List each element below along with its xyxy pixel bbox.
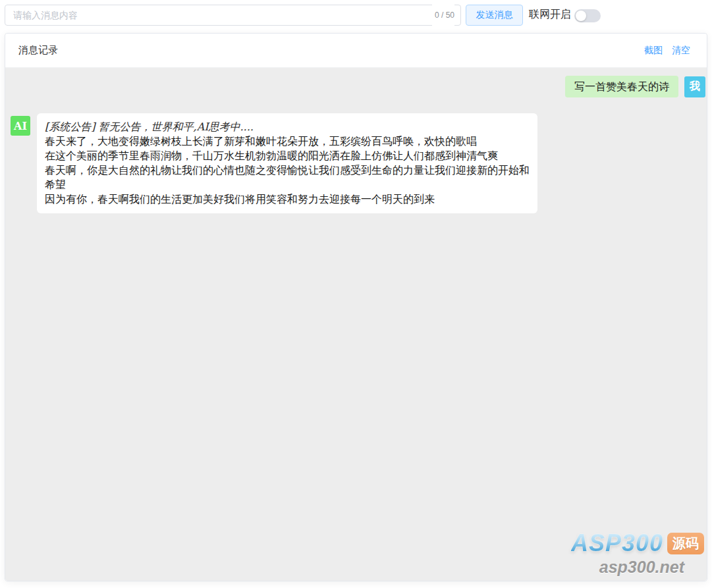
ai-message-row: AI [系统公告] 暂无公告，世界和平,AI思考中.... 春天来了，大地变得嫩… xyxy=(8,113,705,213)
ai-message-line: 在这个美丽的季节里春雨润物，千山万水生机勃勃温暖的阳光洒在脸上仿佛让人们都感到神… xyxy=(45,149,530,163)
message-input[interactable] xyxy=(5,5,461,26)
watermark-site-url: asp300.net xyxy=(571,558,684,577)
screenshot-link[interactable]: 截图 xyxy=(644,45,663,57)
char-counter: 0 / 50 xyxy=(432,5,454,26)
panel-actions: 截图 清空 xyxy=(644,45,690,57)
panel-header: 消息记录 截图 清空 xyxy=(5,34,707,68)
watermark-brand-row: ASP300 源码 xyxy=(571,529,704,557)
panel-title: 消息记录 xyxy=(18,44,58,57)
send-button[interactable]: 发送消息 xyxy=(466,5,523,26)
ai-message-line: 春天啊，你是大自然的礼物让我们的心情也随之变得愉悦让我们感受到生命的力量让我们迎… xyxy=(45,163,530,192)
ai-message-line: 春天来了，大地变得嫩绿树枝上长满了新芽和嫩叶花朵开放，五彩缤纷百鸟呼唤，欢快的歌… xyxy=(45,134,530,149)
network-toggle[interactable] xyxy=(574,9,601,22)
message-log-panel: 消息记录 截图 清空 写一首赞美春天的诗 我 AI [系统公告] 暂无公告，世界… xyxy=(5,33,707,581)
user-message-bubble: 写一首赞美春天的诗 xyxy=(565,76,678,97)
ai-message-line: 因为有你，春天啊我们的生活更加美好我们将用笑容和努力去迎接每一个明天的到来 xyxy=(45,192,530,207)
ai-avatar: AI xyxy=(11,116,30,136)
system-announcement: [系统公告] 暂无公告，世界和平,AI思考中.... xyxy=(45,120,530,134)
watermark-brand-logo: ASP300 xyxy=(571,529,663,557)
toggle-knob xyxy=(576,11,586,21)
user-avatar: 我 xyxy=(684,76,705,97)
ai-message-bubble: [系统公告] 暂无公告，世界和平,AI思考中.... 春天来了，大地变得嫩绿树枝… xyxy=(37,113,537,213)
chat-area: 写一首赞美春天的诗 我 AI [系统公告] 暂无公告，世界和平,AI思考中...… xyxy=(5,68,707,581)
watermark: ASP300 源码 asp300.net xyxy=(571,529,704,577)
clear-link[interactable]: 清空 xyxy=(672,45,690,57)
message-input-wrap: 0 / 50 xyxy=(5,5,461,26)
watermark-source-badge: 源码 xyxy=(667,533,704,554)
network-label: 联网开启 xyxy=(529,8,571,22)
user-message-row: 写一首赞美春天的诗 我 xyxy=(8,76,705,97)
